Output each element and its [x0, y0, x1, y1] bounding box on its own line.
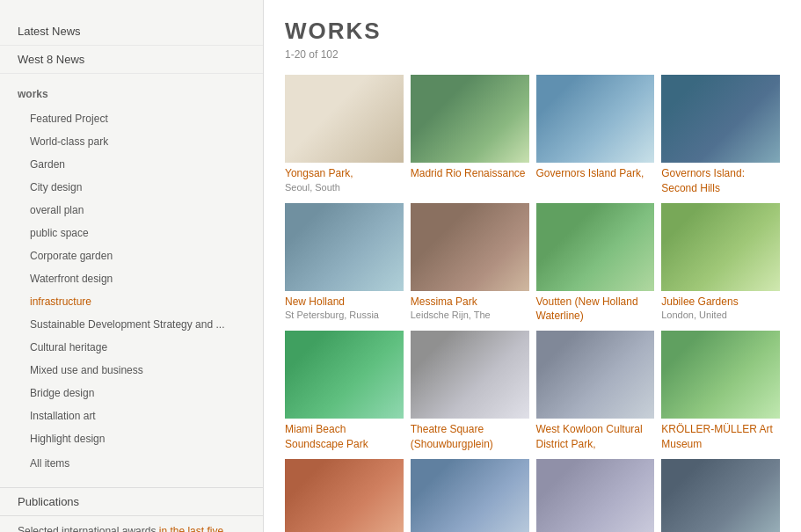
- project-item-16[interactable]: Markeroog: [661, 459, 780, 532]
- projects-grid: Yongsan Park, Seoul, South Madrid Rio Re…: [285, 75, 780, 532]
- sidebar-publications[interactable]: Publications: [0, 487, 263, 516]
- project-thumb-14: [411, 459, 529, 532]
- sidebar-item-sustainable-dev[interactable]: Sustainable Development Strategy and ...: [0, 313, 263, 336]
- project-title-9: Miami Beach Soundscape Park: [285, 422, 404, 452]
- project-thumb-2: [411, 75, 529, 163]
- sidebar-item-all-items[interactable]: All items: [0, 450, 263, 477]
- project-item-1[interactable]: Yongsan Park, Seoul, South: [285, 75, 404, 196]
- project-item-7[interactable]: Voutten (New Holland Waterline): [536, 203, 655, 324]
- project-thumb-11: [536, 331, 655, 419]
- sidebar-item-installation-art[interactable]: Installation art: [0, 404, 263, 427]
- sidebar-main-nav: Latest News West 8 News: [0, 18, 263, 74]
- sidebar-item-city-design[interactable]: City design: [0, 176, 263, 199]
- project-title-5: New Holland: [285, 295, 404, 310]
- project-subtitle-8: London, United: [661, 309, 780, 321]
- project-thumb-6: [411, 203, 529, 291]
- sidebar-item-cultural-heritage[interactable]: Cultural heritage: [0, 336, 263, 359]
- works-title: WORKS: [285, 18, 780, 45]
- project-title-3: Governors Island Park,: [536, 166, 655, 181]
- sidebar-item-world-class-park[interactable]: World-class park: [0, 130, 263, 153]
- sidebar-awards-link[interactable]: in the last five: [159, 525, 223, 532]
- sidebar-item-latest-news[interactable]: Latest News: [0, 18, 263, 46]
- project-title-4: Governors Island: Second Hills: [661, 166, 780, 196]
- sidebar-item-waterfront-design[interactable]: Waterfront design: [0, 267, 263, 290]
- project-item-10[interactable]: Theatre Square (Shouwburgplein): [411, 331, 529, 452]
- project-thumb-12: [661, 331, 780, 419]
- sidebar-works-section: works Featured Project World-class park …: [0, 81, 263, 480]
- project-thumb-4: [661, 75, 780, 163]
- sidebar: Latest News West 8 News works Featured P…: [0, 0, 264, 532]
- project-subtitle-6: Leidsche Rijn, The: [411, 309, 529, 321]
- project-thumb-10: [411, 331, 529, 419]
- works-count: 1-20 of 102: [285, 48, 780, 61]
- project-title-11: West Kowloon Cultural District Park,: [536, 422, 655, 452]
- project-subtitle-1: Seoul, South: [285, 181, 404, 193]
- sidebar-item-featured-project[interactable]: Featured Project: [0, 107, 263, 130]
- project-thumb-8: [661, 203, 780, 291]
- project-thumb-13: [285, 459, 404, 532]
- project-title-7: Voutten (New Holland Waterline): [536, 295, 655, 324]
- project-item-5[interactable]: New Holland St Petersburg, Russia: [285, 203, 404, 324]
- project-thumb-1: [285, 75, 404, 163]
- project-item-9[interactable]: Miami Beach Soundscape Park: [285, 331, 404, 452]
- project-thumb-7: [536, 203, 655, 291]
- sidebar-item-highlight-design[interactable]: Highlight design: [0, 427, 263, 450]
- project-thumb-5: [285, 203, 404, 291]
- sidebar-item-bridge-design[interactable]: Bridge design: [0, 382, 263, 404]
- project-title-12: KRÖLLER-MÜLLER Art Museum: [661, 422, 780, 452]
- project-title-6: Messima Park: [411, 295, 529, 310]
- sidebar-works-subitems: Featured Project World-class park Garden…: [0, 104, 263, 480]
- project-item-2[interactable]: Madrid Rio Renaissance: [411, 75, 529, 196]
- sidebar-item-west8-news[interactable]: West 8 News: [0, 46, 263, 74]
- sidebar-item-garden[interactable]: Garden: [0, 153, 263, 176]
- sidebar-awards-text: Selected international awards: [18, 525, 159, 532]
- sidebar-awards: Selected international awards in the las…: [0, 516, 263, 532]
- project-title-10: Theatre Square (Shouwburgplein): [411, 422, 529, 452]
- project-thumb-16: [661, 459, 780, 532]
- project-thumb-9: [285, 331, 404, 419]
- project-subtitle-5: St Petersburg, Russia: [285, 309, 404, 321]
- sidebar-item-infrastructure[interactable]: infrastructure: [0, 290, 263, 313]
- project-item-8[interactable]: Jubilee Gardens London, United: [661, 203, 780, 324]
- project-title-2: Madrid Rio Renaissance: [411, 166, 529, 181]
- sidebar-item-corporate-garden[interactable]: Corporate garden: [0, 244, 263, 267]
- project-item-11[interactable]: West Kowloon Cultural District Park,: [536, 331, 655, 452]
- sidebar-item-overall-plan[interactable]: overall plan: [0, 199, 263, 222]
- project-item-15[interactable]: Rotterdam Central Station: [536, 459, 655, 532]
- project-item-3[interactable]: Governors Island Park,: [536, 75, 655, 196]
- project-title-8: Jubilee Gardens: [661, 295, 780, 310]
- project-item-12[interactable]: KRÖLLER-MÜLLER Art Museum: [661, 331, 780, 452]
- main-content: WORKS 1-20 of 102 Yongsan Park, Seoul, S…: [264, 0, 801, 532]
- sidebar-item-public-space[interactable]: public space: [0, 222, 263, 244]
- project-item-4[interactable]: Governors Island: Second Hills: [661, 75, 780, 196]
- project-thumb-15: [536, 459, 655, 532]
- project-item-6[interactable]: Messima Park Leidsche Rijn, The: [411, 203, 529, 324]
- project-title-1: Yongsan Park,: [285, 166, 404, 181]
- sidebar-item-mixed-use[interactable]: Mixed use and business: [0, 359, 263, 382]
- project-thumb-3: [536, 75, 655, 163]
- project-item-14[interactable]: Toronto Central Waterfront: [411, 459, 529, 532]
- sidebar-works-label: works: [0, 81, 263, 104]
- project-item-13[interactable]: Borneo-Sporenburg: [285, 459, 404, 532]
